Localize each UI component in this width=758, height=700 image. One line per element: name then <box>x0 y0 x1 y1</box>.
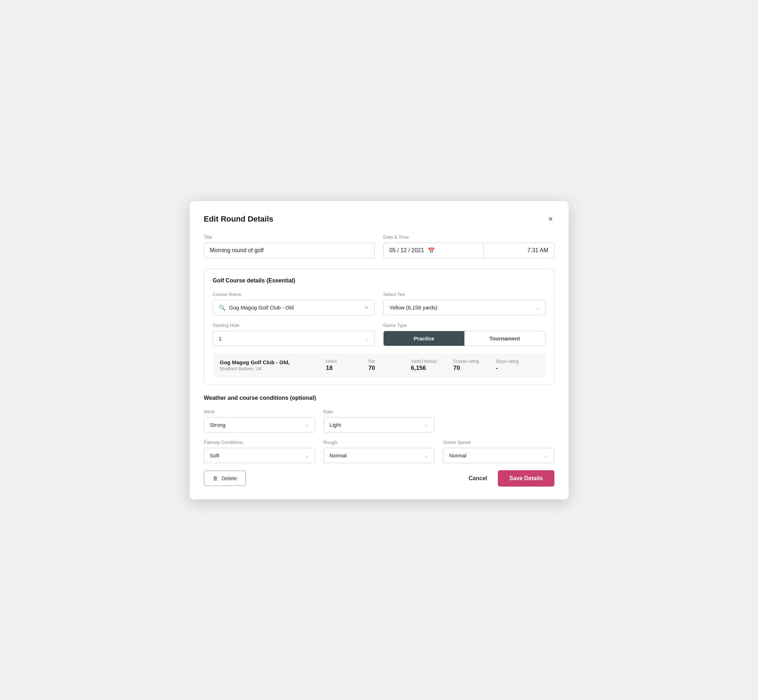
cancel-button[interactable]: Cancel <box>465 471 491 486</box>
trash-icon: 🗑 <box>213 475 218 481</box>
course-info-row: Gog Magog Golf Club - Old, Shelford Bott… <box>213 353 545 377</box>
course-location: Shelford Bottom, UK <box>220 366 326 371</box>
slope-rating-value: - <box>496 364 498 372</box>
slope-rating-stat: Slope rating - <box>496 359 538 372</box>
rough-group: Rough Normal ⌄ <box>324 440 434 463</box>
starting-hole-value: 1 <box>219 336 222 341</box>
fairway-label: Fairway Conditions <box>204 440 315 445</box>
rain-label: Rain <box>324 409 434 414</box>
game-type-group: Game Type Practice Tournament <box>383 323 545 346</box>
hole-gametype-row: Starting Hole 1 ⌄ Game Type Practice Tou… <box>213 323 545 346</box>
top-fields: Title Date & Time 05 / 12 / 2021 📅 7:31 … <box>204 234 554 259</box>
wind-dropdown[interactable]: Strong ⌄ <box>204 417 315 433</box>
rough-dropdown[interactable]: Normal ⌄ <box>324 448 434 463</box>
save-button[interactable]: Save Details <box>498 470 554 487</box>
game-type-toggle: Practice Tournament <box>383 331 545 346</box>
course-tee-row: Course Name 🔍 ✕ Select Tee Yellow (6,156… <box>213 292 545 316</box>
starting-hole-dropdown[interactable]: 1 ⌄ <box>213 331 375 346</box>
date-value: 05 / 12 / 2021 <box>389 247 424 254</box>
yards-value: 6,156 <box>411 364 426 372</box>
footer-row: 🗑 Delete Cancel Save Details <box>204 470 554 487</box>
date-input[interactable]: 05 / 12 / 2021 📅 <box>383 242 483 259</box>
course-holes-stat: Holes 18 <box>326 359 368 372</box>
chevron-down-icon-6: ⌄ <box>424 453 429 458</box>
select-tee-dropdown[interactable]: Yellow (6,156 yards) ⌄ <box>383 300 545 315</box>
fairway-rough-green-row: Fairway Conditions Soft ⌄ Rough Normal ⌄… <box>204 440 554 463</box>
fairway-group: Fairway Conditions Soft ⌄ <box>204 440 315 463</box>
slope-rating-label: Slope rating <box>496 359 518 364</box>
datetime-row: 05 / 12 / 2021 📅 7:31 AM <box>383 242 554 259</box>
weather-section: Weather and course conditions (optional)… <box>204 395 554 463</box>
course-rating-label: Course rating <box>453 359 479 364</box>
time-value: 7:31 AM <box>528 247 548 254</box>
practice-button[interactable]: Practice <box>384 331 464 346</box>
holes-label: Holes <box>326 359 337 364</box>
wind-group: Wind Strong ⌄ <box>204 409 315 433</box>
chevron-down-icon-4: ⌄ <box>424 422 429 428</box>
rain-group: Rain Light ⌄ <box>324 409 434 433</box>
chevron-down-icon: ⌄ <box>536 305 539 310</box>
wind-label: Wind <box>204 409 315 414</box>
clear-icon[interactable]: ✕ <box>365 305 369 311</box>
weather-section-title: Weather and course conditions (optional) <box>204 395 554 401</box>
game-type-label: Game Type <box>383 323 545 328</box>
datetime-label: Date & Time <box>383 234 554 240</box>
course-name-input[interactable] <box>229 305 361 311</box>
footer-right: Cancel Save Details <box>465 470 554 487</box>
green-speed-dropdown[interactable]: Normal ⌄ <box>443 448 554 463</box>
datetime-group: Date & Time 05 / 12 / 2021 📅 7:31 AM <box>383 234 554 259</box>
modal-header: Edit Round Details × <box>204 214 554 225</box>
wind-value: Strong <box>210 422 226 428</box>
course-rating-value: 70 <box>453 364 460 372</box>
rough-value: Normal <box>329 452 347 458</box>
course-full-name: Gog Magog Golf Club - Old, <box>220 359 326 365</box>
course-name-label: Course Name <box>213 292 375 297</box>
modal-title: Edit Round Details <box>204 214 274 224</box>
edit-round-modal: Edit Round Details × Title Date & Time 0… <box>190 201 568 499</box>
title-label: Title <box>204 234 375 240</box>
starting-hole-group: Starting Hole 1 ⌄ <box>213 323 375 346</box>
title-group: Title <box>204 234 375 259</box>
course-name-group: Course Name 🔍 ✕ <box>213 292 375 316</box>
delete-button[interactable]: 🗑 Delete <box>204 470 246 486</box>
green-speed-value: Normal <box>449 452 466 458</box>
close-button[interactable]: × <box>547 214 554 225</box>
search-icon: 🔍 <box>219 305 226 311</box>
title-input[interactable] <box>204 242 375 258</box>
wind-rain-row: Wind Strong ⌄ Rain Light ⌄ <box>204 409 554 433</box>
par-value: 70 <box>368 364 375 372</box>
rain-value: Light <box>329 422 341 428</box>
green-speed-group: Green Speed Normal ⌄ <box>443 440 554 463</box>
delete-label: Delete <box>222 475 237 481</box>
calendar-icon: 📅 <box>428 247 435 254</box>
course-name-location: Gog Magog Golf Club - Old, Shelford Bott… <box>220 359 326 371</box>
chevron-down-icon-3: ⌄ <box>305 422 309 428</box>
chevron-down-icon-5: ⌄ <box>305 453 309 458</box>
select-tee-value: Yellow (6,156 yards) <box>389 305 437 311</box>
fairway-value: Soft <box>210 452 219 458</box>
holes-value: 18 <box>326 364 333 372</box>
tournament-button[interactable]: Tournament <box>464 331 545 346</box>
green-speed-label: Green Speed <box>443 440 554 445</box>
course-par-stat: Par 70 <box>368 359 411 372</box>
yards-label: Yards(Yellow) <box>411 359 437 364</box>
chevron-down-icon-7: ⌄ <box>544 453 548 458</box>
rain-dropdown[interactable]: Light ⌄ <box>324 417 434 433</box>
chevron-down-icon-2: ⌄ <box>365 336 369 341</box>
course-name-search[interactable]: 🔍 ✕ <box>213 300 375 316</box>
fairway-dropdown[interactable]: Soft ⌄ <box>204 448 315 463</box>
golf-course-section: Golf Course details (Essential) Course N… <box>204 269 554 385</box>
select-tee-group: Select Tee Yellow (6,156 yards) ⌄ <box>383 292 545 316</box>
course-yards-stat: Yards(Yellow) 6,156 <box>411 359 453 372</box>
starting-hole-label: Starting Hole <box>213 323 375 328</box>
course-rating-stat: Course rating 70 <box>453 359 496 372</box>
rough-label: Rough <box>324 440 434 445</box>
golf-section-title: Golf Course details (Essential) <box>213 277 545 284</box>
time-input[interactable]: 7:31 AM <box>483 242 554 259</box>
select-tee-label: Select Tee <box>383 292 545 297</box>
par-label: Par <box>368 359 375 364</box>
